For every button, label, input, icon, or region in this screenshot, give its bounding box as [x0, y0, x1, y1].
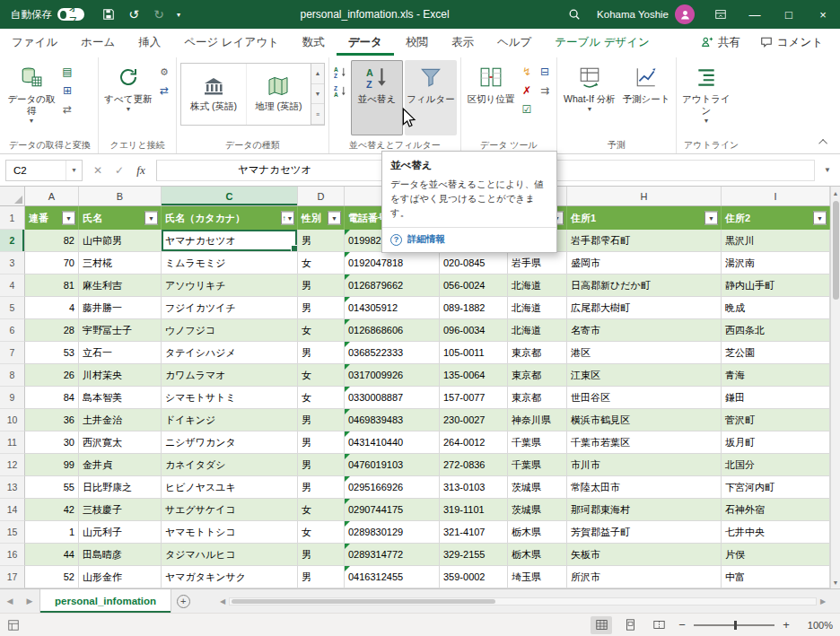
filter-dropdown-C[interactable]: ↑▼ [281, 212, 294, 225]
column-header-D[interactable]: D [298, 187, 345, 205]
gallery-scrollbar[interactable]: ▲ ▼ ≡ [311, 64, 324, 125]
cell-D4[interactable]: 男 [298, 274, 345, 297]
cell-H11[interactable]: 千葉市若葉区 [567, 431, 722, 454]
cell-F3[interactable]: 020-0845 [440, 252, 508, 274]
cell-D8[interactable]: 女 [298, 364, 345, 387]
cell-C10[interactable]: ドイキンジ [162, 409, 298, 431]
cell-E9[interactable]: 0330008887 [345, 387, 440, 409]
row-header-4[interactable]: 4 [0, 274, 25, 297]
name-box[interactable]: C2 ▼ [5, 160, 83, 181]
cell-D3[interactable]: 女 [298, 252, 345, 274]
cell-E13[interactable]: 0295166926 [345, 476, 440, 499]
sort-ascending-icon[interactable]: AZ [333, 64, 349, 80]
get-data-button[interactable]: データの取得 ▼ [5, 60, 57, 135]
cell-A11[interactable]: 30 [25, 431, 79, 454]
gallery-up-icon[interactable]: ▲ [311, 64, 324, 84]
row-header-17[interactable]: 17 [0, 566, 25, 588]
page-break-preview-button[interactable] [648, 616, 669, 634]
cell-D7[interactable]: 男 [298, 342, 345, 364]
zoom-out-button[interactable]: − [677, 618, 687, 632]
page-layout-view-button[interactable] [619, 616, 641, 634]
cell-F13[interactable]: 313-0103 [440, 476, 508, 499]
header-cell-B1[interactable]: 氏名▼ [79, 206, 162, 230]
sort-descending-icon[interactable]: ZA [333, 83, 349, 99]
cell-B15[interactable]: 山元利子 [79, 521, 162, 544]
cell-B9[interactable]: 島本智美 [79, 387, 162, 409]
tab-home[interactable]: ホーム [69, 29, 127, 56]
cell-I15[interactable]: 七井中央 [722, 521, 830, 544]
ribbon-display-options-button[interactable] [704, 0, 738, 29]
gallery-down-icon[interactable]: ▼ [311, 84, 324, 105]
cell-D9[interactable]: 女 [298, 387, 345, 409]
cell-I3[interactable]: 湯沢南 [722, 252, 830, 274]
what-if-analysis-button[interactable]: What-If 分析 ▼ [561, 60, 618, 135]
user-account[interactable]: Kohama Yoshie [588, 4, 704, 24]
cell-G9[interactable]: 東京都 [508, 387, 567, 409]
cell-C5[interactable]: フジイカツイチ [162, 297, 298, 319]
column-header-A[interactable]: A [25, 187, 79, 205]
gallery-more-icon[interactable]: ≡ [311, 104, 324, 125]
cell-B14[interactable]: 三枝慶子 [79, 499, 162, 521]
column-header-C[interactable]: C [162, 187, 298, 205]
row-header-2[interactable]: 2 [0, 230, 25, 252]
cell-I12[interactable]: 北国分 [722, 454, 830, 476]
cell-A7[interactable]: 53 [25, 342, 79, 364]
cell-D2[interactable]: 男 [298, 230, 345, 252]
column-header-H[interactable]: H [567, 187, 722, 205]
row-header-6[interactable]: 6 [0, 319, 25, 342]
cell-B7[interactable]: 立石一 [79, 342, 162, 364]
cell-C9[interactable]: シマモトサトミ [162, 387, 298, 409]
cell-C12[interactable]: カネイタダシ [162, 454, 298, 476]
cell-G17[interactable]: 埼玉県 [508, 566, 567, 588]
cell-I4[interactable]: 静内山手町 [722, 274, 830, 297]
cell-I17[interactable]: 中富 [722, 566, 830, 588]
cell-H4[interactable]: 日高郡新ひだか町 [567, 274, 722, 297]
cell-A13[interactable]: 55 [25, 476, 79, 499]
zoom-slider-thumb[interactable] [734, 621, 737, 630]
zoom-slider[interactable] [694, 624, 774, 626]
save-button[interactable] [97, 3, 120, 26]
cell-B8[interactable]: 川村茉央 [79, 364, 162, 387]
cell-C15[interactable]: ヤマモトトシコ [162, 521, 298, 544]
hscroll-track[interactable] [229, 597, 817, 606]
vertical-scrollbar[interactable]: ▲ ▼ [830, 187, 840, 588]
recent-sources-icon[interactable]: ⇄ [59, 101, 75, 118]
cell-E6[interactable]: 0126868606 [345, 319, 440, 342]
row-header-14[interactable]: 14 [0, 499, 25, 521]
accessibility-status-icon[interactable] [7, 619, 20, 632]
hscroll-left-icon[interactable]: ◀ [216, 597, 229, 606]
cell-B3[interactable]: 三村椛 [79, 252, 162, 274]
cell-D17[interactable]: 男 [298, 566, 345, 588]
cell-D11[interactable]: 男 [298, 431, 345, 454]
tab-file[interactable]: ファイル [0, 29, 69, 56]
cell-H3[interactable]: 盛岡市 [567, 252, 722, 274]
cell-G5[interactable]: 北海道 [508, 297, 567, 319]
learn-more-link[interactable]: ? 詳細情報 [390, 233, 548, 246]
sort-button[interactable]: AZ 並べ替え [351, 60, 403, 135]
cell-G11[interactable]: 千葉県 [508, 431, 567, 454]
cell-F17[interactable]: 359-0002 [440, 566, 508, 588]
cell-D16[interactable]: 男 [298, 544, 345, 566]
select-all-button[interactable] [0, 187, 25, 205]
cell-F11[interactable]: 264-0012 [440, 431, 508, 454]
row-header-9[interactable]: 9 [0, 387, 25, 409]
cell-C14[interactable]: サエグサケイコ [162, 499, 298, 521]
tab-data[interactable]: データ [337, 29, 394, 56]
cell-E14[interactable]: 0290744175 [345, 499, 440, 521]
workbook-connections-icon[interactable]: ⇄ [156, 83, 172, 99]
cell-D6[interactable]: 女 [298, 319, 345, 342]
autosave-toggle[interactable]: 自動保存 オフ [0, 8, 93, 22]
column-header-I[interactable]: I [722, 187, 830, 205]
cell-G12[interactable]: 千葉県 [508, 454, 567, 476]
sheet-nav-right-icon[interactable]: ▶ [20, 589, 39, 613]
row-header-5[interactable]: 5 [0, 297, 25, 319]
close-button[interactable]: × [806, 0, 840, 29]
cell-A12[interactable]: 99 [25, 454, 79, 476]
share-button[interactable]: 共有 [693, 32, 748, 53]
cell-E11[interactable]: 0431410440 [345, 431, 440, 454]
filter-dropdown-D[interactable]: ▼ [328, 212, 341, 225]
row-header-7[interactable]: 7 [0, 342, 25, 364]
cell-B11[interactable]: 西沢寛太 [79, 431, 162, 454]
header-cell-I1[interactable]: 住所2▼ [722, 206, 830, 230]
normal-view-button[interactable] [591, 616, 612, 634]
